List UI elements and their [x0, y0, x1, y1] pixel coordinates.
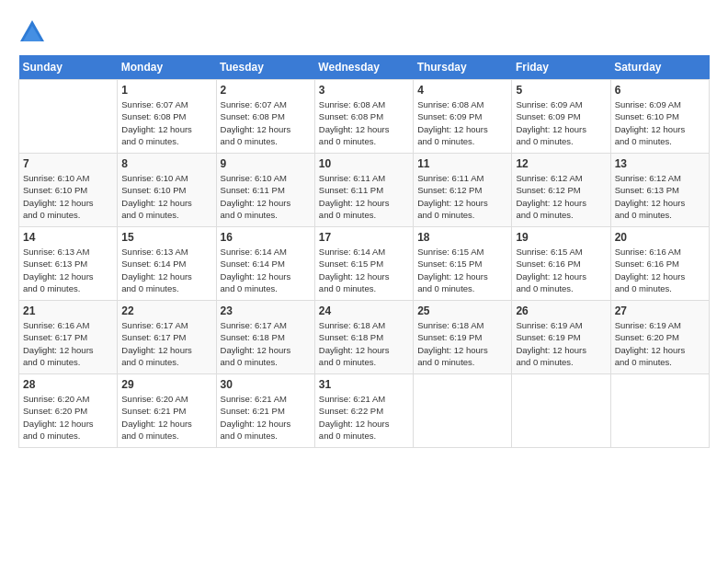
- calendar-cell: [512, 374, 610, 448]
- day-number: 6: [615, 84, 705, 97]
- day-info: Sunrise: 6:13 AM Sunset: 6:14 PM Dayligh…: [121, 246, 211, 294]
- day-info: Sunrise: 6:07 AM Sunset: 6:08 PM Dayligh…: [121, 98, 211, 147]
- day-info: Sunrise: 6:08 AM Sunset: 6:09 PM Dayligh…: [417, 98, 507, 147]
- header-friday: Friday: [512, 55, 610, 80]
- calendar-cell: 12Sunrise: 6:12 AM Sunset: 6:12 PM Dayli…: [512, 154, 610, 227]
- page-header: [18, 18, 710, 46]
- calendar-header-row: SundayMondayTuesdayWednesdayThursdayFrid…: [19, 55, 710, 80]
- calendar-cell: 1Sunrise: 6:07 AM Sunset: 6:08 PM Daylig…: [118, 80, 216, 154]
- calendar-cell: 25Sunrise: 6:18 AM Sunset: 6:19 PM Dayli…: [414, 301, 512, 374]
- calendar-table: SundayMondayTuesdayWednesdayThursdayFrid…: [18, 55, 710, 448]
- calendar-cell: 14Sunrise: 6:13 AM Sunset: 6:13 PM Dayli…: [19, 227, 118, 301]
- day-info: Sunrise: 6:12 AM Sunset: 6:13 PM Dayligh…: [615, 172, 705, 221]
- calendar-cell: 4Sunrise: 6:08 AM Sunset: 6:09 PM Daylig…: [414, 80, 512, 154]
- day-number: 18: [417, 231, 507, 244]
- logo-icon: [18, 18, 46, 46]
- day-number: 23: [221, 304, 311, 317]
- day-number: 4: [417, 84, 507, 97]
- day-info: Sunrise: 6:21 AM Sunset: 6:22 PM Dayligh…: [319, 393, 409, 442]
- calendar-cell: 13Sunrise: 6:12 AM Sunset: 6:13 PM Dayli…: [610, 154, 709, 227]
- calendar-cell: 11Sunrise: 6:11 AM Sunset: 6:12 PM Dayli…: [414, 154, 512, 227]
- calendar-cell: 29Sunrise: 6:20 AM Sunset: 6:21 PM Dayli…: [118, 374, 216, 448]
- day-info: Sunrise: 6:10 AM Sunset: 6:10 PM Dayligh…: [121, 172, 211, 221]
- day-number: 17: [319, 231, 409, 244]
- day-number: 16: [221, 231, 311, 244]
- header-monday: Monday: [118, 55, 216, 80]
- calendar-week-5: 28Sunrise: 6:20 AM Sunset: 6:20 PM Dayli…: [19, 374, 710, 448]
- calendar-cell: 3Sunrise: 6:08 AM Sunset: 6:08 PM Daylig…: [314, 80, 413, 154]
- day-info: Sunrise: 6:18 AM Sunset: 6:19 PM Dayligh…: [417, 319, 507, 368]
- header-saturday: Saturday: [610, 55, 709, 80]
- calendar-week-3: 14Sunrise: 6:13 AM Sunset: 6:13 PM Dayli…: [19, 227, 710, 301]
- header-wednesday: Wednesday: [314, 55, 413, 80]
- day-number: 12: [516, 157, 606, 170]
- calendar-cell: 5Sunrise: 6:09 AM Sunset: 6:09 PM Daylig…: [512, 80, 610, 154]
- calendar-week-2: 7Sunrise: 6:10 AM Sunset: 6:10 PM Daylig…: [19, 154, 710, 227]
- day-info: Sunrise: 6:09 AM Sunset: 6:10 PM Dayligh…: [615, 98, 705, 147]
- day-info: Sunrise: 6:17 AM Sunset: 6:18 PM Dayligh…: [221, 319, 311, 368]
- day-number: 13: [615, 157, 705, 170]
- day-info: Sunrise: 6:19 AM Sunset: 6:20 PM Dayligh…: [615, 319, 705, 368]
- calendar-cell: 28Sunrise: 6:20 AM Sunset: 6:20 PM Dayli…: [19, 374, 118, 448]
- day-number: 30: [221, 378, 311, 391]
- day-info: Sunrise: 6:21 AM Sunset: 6:21 PM Dayligh…: [221, 393, 311, 442]
- calendar-week-4: 21Sunrise: 6:16 AM Sunset: 6:17 PM Dayli…: [19, 301, 710, 374]
- day-info: Sunrise: 6:11 AM Sunset: 6:11 PM Dayligh…: [319, 172, 409, 221]
- calendar-cell: 27Sunrise: 6:19 AM Sunset: 6:20 PM Dayli…: [610, 301, 709, 374]
- day-info: Sunrise: 6:20 AM Sunset: 6:21 PM Dayligh…: [121, 393, 211, 442]
- day-number: 9: [221, 157, 311, 170]
- day-info: Sunrise: 6:14 AM Sunset: 6:15 PM Dayligh…: [319, 246, 409, 294]
- day-number: 29: [121, 378, 211, 391]
- day-info: Sunrise: 6:15 AM Sunset: 6:15 PM Dayligh…: [417, 246, 507, 294]
- day-info: Sunrise: 6:16 AM Sunset: 6:17 PM Dayligh…: [23, 319, 113, 368]
- calendar-cell: 26Sunrise: 6:19 AM Sunset: 6:19 PM Dayli…: [512, 301, 610, 374]
- day-info: Sunrise: 6:15 AM Sunset: 6:16 PM Dayligh…: [516, 246, 606, 294]
- day-info: Sunrise: 6:18 AM Sunset: 6:18 PM Dayligh…: [319, 319, 409, 368]
- calendar-cell: 31Sunrise: 6:21 AM Sunset: 6:22 PM Dayli…: [314, 374, 413, 448]
- day-number: 22: [121, 304, 211, 317]
- calendar-cell: [414, 374, 512, 448]
- day-info: Sunrise: 6:10 AM Sunset: 6:11 PM Dayligh…: [221, 172, 311, 221]
- calendar-cell: 7Sunrise: 6:10 AM Sunset: 6:10 PM Daylig…: [19, 154, 118, 227]
- calendar-cell: 2Sunrise: 6:07 AM Sunset: 6:08 PM Daylig…: [216, 80, 314, 154]
- day-number: 19: [516, 231, 606, 244]
- day-number: 8: [121, 157, 211, 170]
- calendar-cell: 15Sunrise: 6:13 AM Sunset: 6:14 PM Dayli…: [118, 227, 216, 301]
- calendar-cell: 19Sunrise: 6:15 AM Sunset: 6:16 PM Dayli…: [512, 227, 610, 301]
- header-thursday: Thursday: [414, 55, 512, 80]
- calendar-cell: 9Sunrise: 6:10 AM Sunset: 6:11 PM Daylig…: [216, 154, 314, 227]
- day-info: Sunrise: 6:09 AM Sunset: 6:09 PM Dayligh…: [516, 98, 606, 147]
- day-number: 15: [121, 231, 211, 244]
- day-info: Sunrise: 6:08 AM Sunset: 6:08 PM Dayligh…: [319, 98, 409, 147]
- day-number: 10: [319, 157, 409, 170]
- calendar-cell: 8Sunrise: 6:10 AM Sunset: 6:10 PM Daylig…: [118, 154, 216, 227]
- calendar-cell: 23Sunrise: 6:17 AM Sunset: 6:18 PM Dayli…: [216, 301, 314, 374]
- calendar-cell: 20Sunrise: 6:16 AM Sunset: 6:16 PM Dayli…: [610, 227, 709, 301]
- day-info: Sunrise: 6:20 AM Sunset: 6:20 PM Dayligh…: [23, 393, 113, 442]
- day-info: Sunrise: 6:19 AM Sunset: 6:19 PM Dayligh…: [516, 319, 606, 368]
- day-info: Sunrise: 6:17 AM Sunset: 6:17 PM Dayligh…: [121, 319, 211, 368]
- day-number: 27: [615, 304, 705, 317]
- calendar-cell: [19, 80, 118, 154]
- calendar-cell: 21Sunrise: 6:16 AM Sunset: 6:17 PM Dayli…: [19, 301, 118, 374]
- day-number: 31: [319, 378, 409, 391]
- day-number: 26: [516, 304, 606, 317]
- logo: [18, 18, 50, 46]
- day-number: 14: [23, 231, 113, 244]
- day-info: Sunrise: 6:10 AM Sunset: 6:10 PM Dayligh…: [23, 172, 113, 221]
- calendar-cell: 22Sunrise: 6:17 AM Sunset: 6:17 PM Dayli…: [118, 301, 216, 374]
- day-info: Sunrise: 6:07 AM Sunset: 6:08 PM Dayligh…: [221, 98, 311, 147]
- calendar-cell: [610, 374, 709, 448]
- calendar-cell: 24Sunrise: 6:18 AM Sunset: 6:18 PM Dayli…: [314, 301, 413, 374]
- calendar-cell: 16Sunrise: 6:14 AM Sunset: 6:14 PM Dayli…: [216, 227, 314, 301]
- day-number: 7: [23, 157, 113, 170]
- day-number: 5: [516, 84, 606, 97]
- day-number: 3: [319, 84, 409, 97]
- day-info: Sunrise: 6:16 AM Sunset: 6:16 PM Dayligh…: [615, 246, 705, 294]
- day-info: Sunrise: 6:13 AM Sunset: 6:13 PM Dayligh…: [23, 246, 113, 294]
- day-number: 21: [23, 304, 113, 317]
- calendar-cell: 17Sunrise: 6:14 AM Sunset: 6:15 PM Dayli…: [314, 227, 413, 301]
- header-sunday: Sunday: [19, 55, 118, 80]
- day-number: 20: [615, 231, 705, 244]
- day-info: Sunrise: 6:14 AM Sunset: 6:14 PM Dayligh…: [221, 246, 311, 294]
